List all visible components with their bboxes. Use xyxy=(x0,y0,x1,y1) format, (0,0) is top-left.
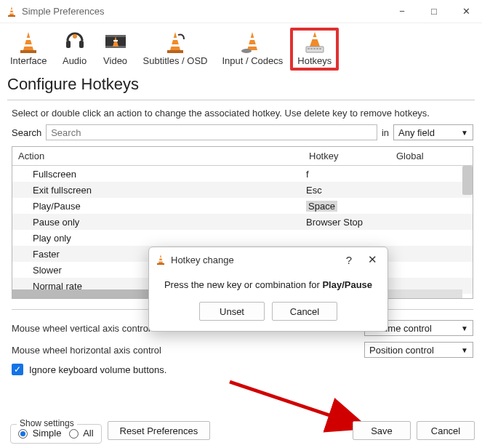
table-row[interactable]: Fullscreenf xyxy=(12,166,473,182)
chevron-down-icon: ▼ xyxy=(461,324,468,332)
dialog-app-icon xyxy=(155,254,166,265)
svg-rect-19 xyxy=(167,50,183,53)
svg-rect-27 xyxy=(308,48,310,49)
preference-tabs: Interface Audio Video Subtitles / OSD In… xyxy=(0,23,482,71)
svg-rect-21 xyxy=(249,38,255,40)
page-title: Configure Hotkeys xyxy=(0,71,482,100)
titlebar: Simple Preferences − □ ✕ xyxy=(0,0,482,23)
window-title: Simple Preferences xyxy=(17,6,386,17)
svg-marker-20 xyxy=(247,32,257,50)
ignore-keyboard-label: Ignore keyboard volume buttons. xyxy=(29,364,166,375)
tab-hotkeys-label: Hotkeys xyxy=(297,55,332,66)
dialog-close-button[interactable]: ✕ xyxy=(363,253,382,266)
svg-rect-18 xyxy=(171,44,180,47)
svg-rect-2 xyxy=(10,12,14,14)
svg-rect-37 xyxy=(157,263,164,265)
chevron-down-icon: ▼ xyxy=(461,129,468,137)
search-input[interactable] xyxy=(46,124,377,140)
radio-all-label: All xyxy=(83,428,93,439)
svg-marker-4 xyxy=(23,32,33,50)
ignore-keyboard-checkbox[interactable]: ✓ xyxy=(12,364,23,375)
maximize-button[interactable]: □ xyxy=(418,0,450,23)
dialog-cancel-button[interactable]: Cancel xyxy=(272,302,337,321)
svg-rect-29 xyxy=(313,48,316,49)
radio-all[interactable] xyxy=(69,429,79,439)
col-hotkey[interactable]: Hotkey xyxy=(303,151,390,161)
tab-subtitles[interactable]: Subtitles / OSD xyxy=(136,28,215,71)
tab-audio[interactable]: Audio xyxy=(55,28,95,71)
svg-marker-0 xyxy=(9,7,14,15)
close-button[interactable]: ✕ xyxy=(450,0,482,23)
svg-rect-31 xyxy=(319,48,321,49)
show-settings-legend: Show settings xyxy=(17,418,77,428)
svg-rect-36 xyxy=(159,260,163,262)
radio-simple-label: Simple xyxy=(33,428,62,439)
ignore-keyboard-row: ✓ Ignore keyboard volume buttons. xyxy=(0,361,482,378)
cancel-button[interactable]: Cancel xyxy=(417,421,475,440)
tab-hotkeys[interactable]: Hotkeys xyxy=(290,28,339,71)
svg-rect-15 xyxy=(113,40,118,41)
search-row: Search in Any field ▼ xyxy=(0,124,482,146)
tab-video-label: Video xyxy=(103,55,127,66)
svg-rect-5 xyxy=(25,38,31,40)
radio-simple[interactable] xyxy=(18,429,28,439)
tab-input-codecs-label: Input / Codecs xyxy=(222,55,283,66)
table-row[interactable]: Play/PauseSpace xyxy=(12,198,473,214)
svg-point-23 xyxy=(241,49,252,53)
tab-interface-label: Interface xyxy=(10,55,47,66)
app-icon xyxy=(6,6,17,17)
col-action[interactable]: Action xyxy=(12,151,303,161)
svg-marker-34 xyxy=(158,255,163,263)
search-in-label: in xyxy=(382,127,389,138)
table-row[interactable]: Exit fullscreenEsc xyxy=(12,182,473,198)
heading-rule xyxy=(7,100,475,100)
tab-audio-label: Audio xyxy=(63,55,87,66)
svg-rect-3 xyxy=(8,15,15,17)
search-field-value: Any field xyxy=(398,127,435,138)
svg-rect-30 xyxy=(316,48,318,49)
search-label: Search xyxy=(12,127,41,138)
svg-rect-7 xyxy=(20,50,36,53)
chevron-down-icon: ▼ xyxy=(461,346,468,354)
svg-rect-1 xyxy=(11,9,13,11)
tab-interface[interactable]: Interface xyxy=(3,28,55,71)
svg-rect-22 xyxy=(248,44,257,47)
wheel-horizontal-combo[interactable]: Position control ▼ xyxy=(364,342,473,358)
wheel-horizontal-label: Mouse wheel horizontal axis control xyxy=(12,345,358,356)
minimize-button[interactable]: − xyxy=(386,0,418,23)
svg-point-10 xyxy=(73,34,77,39)
instructions-text: Select or double click an action to chan… xyxy=(0,108,482,124)
vertical-scrollbar[interactable] xyxy=(462,166,473,195)
dialog-buttons: Unset Cancel xyxy=(149,295,387,331)
tab-input-codecs[interactable]: Input / Codecs xyxy=(214,28,290,71)
table-row[interactable]: Pause onlyBrowser Stop xyxy=(12,214,473,230)
table-header: Action Hotkey Global xyxy=(12,147,473,166)
hotkey-change-dialog: Hotkey change ? ✕ Press the new key or c… xyxy=(148,247,388,332)
svg-rect-25 xyxy=(312,37,318,39)
svg-rect-17 xyxy=(172,38,178,40)
search-field-combo[interactable]: Any field ▼ xyxy=(393,124,473,140)
tab-subtitles-label: Subtitles / OSD xyxy=(143,55,208,66)
tab-video[interactable]: Video xyxy=(95,28,136,71)
col-global[interactable]: Global xyxy=(390,151,473,161)
svg-rect-9 xyxy=(79,41,84,48)
svg-rect-35 xyxy=(160,257,162,259)
svg-rect-28 xyxy=(310,48,313,49)
svg-rect-8 xyxy=(66,41,71,48)
show-settings-group: Show settings Simple All xyxy=(10,424,102,444)
wheel-horizontal-row: Mouse wheel horizontal axis control Posi… xyxy=(0,339,482,361)
reset-preferences-button[interactable]: Reset Preferences xyxy=(108,421,211,440)
unset-button[interactable]: Unset xyxy=(199,302,265,321)
dialog-help-button[interactable]: ? xyxy=(340,254,358,266)
footer: Show settings Simple All Reset Preferenc… xyxy=(0,418,482,444)
table-row[interactable]: Play only xyxy=(12,230,473,246)
dialog-message: Press the new key or combination for Pla… xyxy=(149,272,387,295)
dialog-titlebar: Hotkey change ? ✕ xyxy=(149,247,387,272)
save-button[interactable]: Save xyxy=(353,421,411,440)
dialog-title: Hotkey change xyxy=(171,255,335,265)
svg-rect-6 xyxy=(24,44,33,47)
